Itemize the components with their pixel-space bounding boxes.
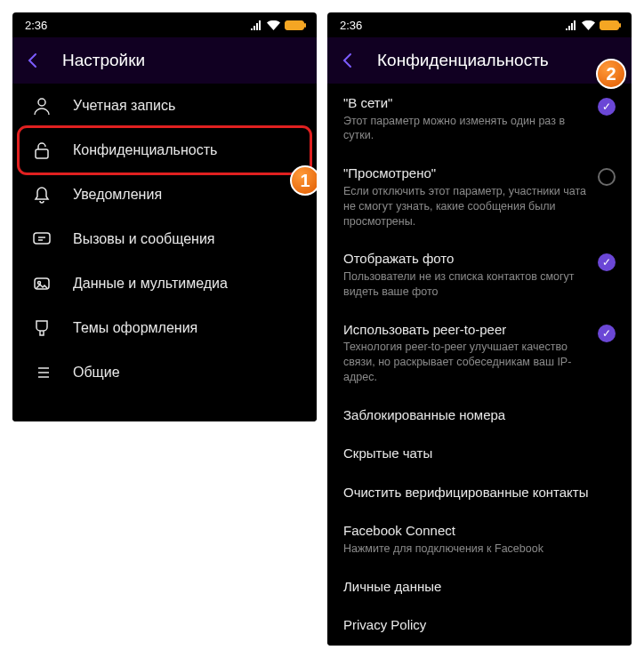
page-title: Настройки [62,51,145,70]
setting-title: Очистить верифицированные контакты [343,484,616,502]
radio-checked-icon[interactable] [598,325,616,342]
menu-item-themes[interactable]: Темы оформления [12,306,317,350]
list-icon [32,363,52,382]
svg-point-0 [38,99,45,106]
setting-desc: Нажмите для подключения к Facebook [343,542,616,557]
signal-icon [250,20,262,30]
setting-title: Скрытые чаты [343,445,616,462]
phone-settings-screen: 2:36 Настройки Учетная запись К [12,12,317,421]
brush-icon [32,318,52,338]
wifi-icon [267,20,280,30]
setting-desc: Если отключить этот параметр, участники … [343,184,589,229]
bell-icon [32,185,52,205]
menu-item-media[interactable]: Данные и мультимедиа [12,261,317,306]
menu-label: Конфиденциальность [73,142,217,158]
setting-desc: Пользователи не из списка контактов смог… [343,269,589,300]
chat-icon [32,229,52,249]
account-icon [32,96,52,116]
setting-photo[interactable]: Отображать фото Пользователи не из списк… [327,239,632,309]
menu-label: Учетная запись [73,98,175,114]
setting-title: "В сети" [343,94,589,112]
setting-seen[interactable]: "Просмотрено" Если отключить этот параме… [327,154,632,239]
setting-desc: Этот параметр можно изменять один раз в … [343,114,589,144]
menu-item-notifications[interactable]: Уведомления [12,173,317,217]
setting-p2p[interactable]: Использовать peer-to-peer Технология pee… [327,310,632,396]
menu-item-calls[interactable]: Вызовы и сообщения [12,217,317,261]
status-time: 2:36 [25,19,47,32]
setting-privacy-policy[interactable]: Privacy Policy [327,606,632,645]
radio-unchecked-icon[interactable] [598,168,616,186]
svg-rect-1 [36,149,48,158]
phone-privacy-screen: 2:36 Конфиденциальность "В сети" Этот па… [327,12,632,646]
setting-personal-data[interactable]: Личные данные [327,567,632,606]
setting-title: Личные данные [343,578,616,596]
wifi-icon [582,20,595,30]
step-marker-2: 2 [596,59,626,89]
menu-label: Вызовы и сообщения [73,231,215,247]
menu-label: Общие [73,365,120,381]
status-bar: 2:36 [12,12,317,37]
svg-rect-2 [34,233,50,244]
status-icons [250,20,304,30]
lock-icon [32,140,52,160]
back-icon[interactable] [340,52,358,69]
setting-blocked[interactable]: Заблокированные номера [327,396,632,435]
menu-label: Темы оформления [73,320,197,336]
setting-title: Отображать фото [343,250,589,268]
settings-list: Учетная запись Конфиденциальность Уведом… [12,84,317,421]
menu-item-general[interactable]: Общие [12,350,317,395]
setting-desc: Технология peer-to-peer улучшает качеств… [343,340,589,385]
signal-icon [565,20,577,30]
setting-facebook[interactable]: Facebook Connect Нажмите для подключения… [327,511,632,566]
menu-label: Уведомления [73,187,162,203]
battery-icon [285,20,304,30]
media-icon [32,274,52,293]
back-icon[interactable] [25,52,43,69]
setting-title: Privacy Policy [343,616,616,634]
status-icons [565,20,619,30]
menu-item-privacy[interactable]: Конфиденциальность [20,128,310,173]
setting-title: Facebook Connect [343,522,616,540]
header: Настройки [12,37,317,84]
privacy-list: "В сети" Этот параметр можно изменять од… [327,84,632,646]
status-bar: 2:36 [327,12,632,37]
setting-title: Заблокированные номера [343,406,616,424]
setting-clear-verified[interactable]: Очистить верифицированные контакты [327,473,632,512]
radio-checked-icon[interactable] [598,253,616,271]
setting-title: "Просмотрено" [343,164,589,182]
step-marker-1: 1 [290,165,317,196]
status-time: 2:36 [340,19,362,32]
setting-title: Использовать peer-to-peer [343,321,589,339]
radio-checked-icon[interactable] [598,98,616,116]
header: Конфиденциальность [327,37,632,84]
menu-label: Данные и мультимедиа [73,276,228,292]
setting-online[interactable]: "В сети" Этот параметр можно изменять од… [327,84,632,154]
battery-icon [600,20,619,30]
setting-hidden[interactable]: Скрытые чаты [327,434,632,473]
menu-item-account[interactable]: Учетная запись [12,84,317,128]
page-title: Конфиденциальность [377,51,549,70]
